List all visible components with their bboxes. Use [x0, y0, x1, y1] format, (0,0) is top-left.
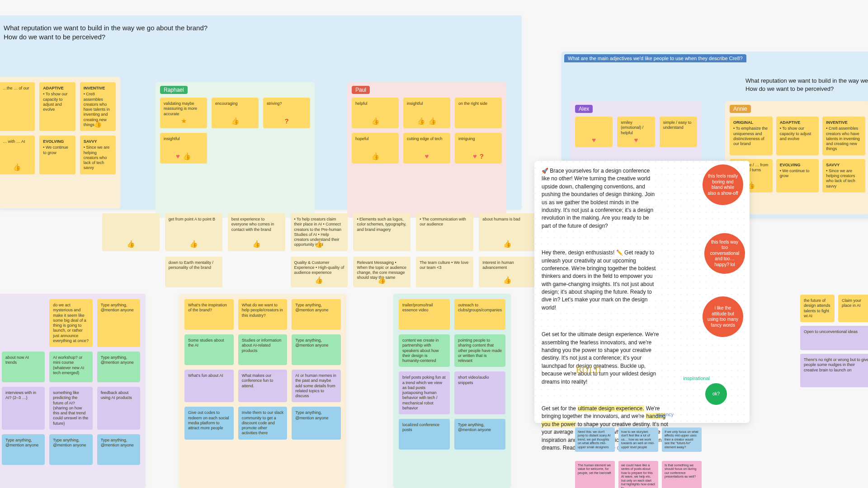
sticky[interactable]: The team culture • We love our team <3	[416, 257, 473, 287]
feedback-bubble-ok[interactable]: ok?	[705, 383, 727, 405]
sticky[interactable]: Open to unconventional ideas	[800, 326, 868, 350]
sticky[interactable]: Type anything, @mention anyone	[292, 407, 341, 439]
sticky[interactable]: Interest in human advancement👍	[479, 257, 536, 287]
sticky[interactable]: encouraging 👍	[212, 98, 259, 128]
mini-note[interactable]: If we only focus on what affects mid-upp…	[662, 427, 702, 452]
sticky[interactable]: down to Earth mentality / personality of…	[165, 257, 222, 287]
mini-note[interactable]: we could have like a series of posts abo…	[618, 461, 658, 488]
sticky[interactable]: What's fun about AI	[184, 370, 234, 402]
sticky[interactable]: intriguing ♥?	[455, 133, 502, 164]
sticky[interactable]: Type anything, @mention anyone	[97, 299, 140, 347]
sticky[interactable]: do we act mysterious and make it seem li…	[49, 299, 92, 347]
sticky[interactable]: best experience to everyone who comes in…	[228, 213, 285, 251]
mini-notes-blue-row[interactable]: Need this: we don't jump to distant scar…	[575, 427, 702, 452]
sticky[interactable]: Type anything, @mention anyone	[454, 419, 505, 450]
sticky[interactable]: something like predicting the future of …	[49, 387, 92, 430]
sticky[interactable]: content we create in partnership with sp…	[399, 334, 450, 367]
sticky[interactable]: Type anything, @mention anyone	[97, 352, 140, 382]
question-icon: ?	[284, 117, 288, 126]
sticky[interactable]: INVENTIVE• Cre8 assembles creators who h…	[822, 117, 865, 155]
sticky[interactable]: Type anything, @mention anyone	[2, 434, 45, 465]
mini-note[interactable]: The human element we value for welcome, …	[575, 461, 615, 488]
sticky[interactable]: Invite them to our slack community to ge…	[238, 407, 288, 439]
frame-paul[interactable]: Paul helpful 👍 insightful 👍👍 on the righ…	[347, 82, 506, 218]
sticky[interactable]: • To help creators claim their place in …	[291, 213, 348, 251]
sticky[interactable]: What do we want to help people/creators …	[238, 299, 288, 330]
orange-panel[interactable]: What's the inspiration of the brand? Wha…	[179, 294, 346, 488]
sticky[interactable]: simple / easy to understand	[660, 117, 697, 147]
sticky[interactable]: outreach to clubs/groups/companies	[454, 299, 505, 330]
sticky[interactable]: …the … of our	[0, 82, 35, 131]
frame-alex[interactable]: Alex ♥ smiley (emotional) / helpful ♥ si…	[571, 101, 702, 169]
sticky[interactable]: insightful 👍👍	[403, 98, 450, 128]
feedback-bubble-3[interactable]: i like the attitude but using too many f…	[703, 296, 743, 337]
sticky[interactable]: EVOLVING• We continue to grow	[776, 159, 819, 192]
sticky[interactable]: Studies or information about AI-related …	[238, 334, 288, 365]
sticky[interactable]: pointing people to sharing content that …	[454, 334, 505, 367]
sticky[interactable]: Relevant Messaging • When the topic or a…	[353, 257, 410, 287]
sticky[interactable]: Give out codes to redeem on each social …	[184, 407, 234, 439]
sticky[interactable]: about now AI trends	[2, 352, 45, 382]
mid-row-notes-board[interactable]: 👍 get from point A to point B👍 best expe…	[102, 213, 536, 290]
sticky[interactable]: insightful ♥ 👍	[160, 133, 207, 164]
sticky[interactable]: ♥	[575, 117, 613, 147]
sticky[interactable]: Type anything, @mention anyone	[292, 334, 341, 365]
sticky[interactable]: EVOLVING • We continue to grow	[39, 136, 75, 174]
sticky[interactable]: smiley (emotional) / helpful ♥	[617, 117, 655, 147]
sticky[interactable]: ADAPTIVE • To show our capacity to adjus…	[39, 82, 75, 131]
frame-orange-left[interactable]: …the … of our ADAPTIVE • To show our cap…	[0, 77, 120, 209]
sticky[interactable]: SAVVY • Since we are helping creators wh…	[80, 136, 116, 174]
mini-note[interactable]: how to we story/art; don't feel like a l…	[618, 427, 658, 452]
sticky[interactable]: localized conference posts	[399, 419, 450, 450]
sticky[interactable]: the future of design attends talents to …	[800, 295, 835, 322]
purple-panel[interactable]: do we act mysterious and make it seem li…	[0, 294, 146, 488]
sticky[interactable]: get from point A to point B👍	[165, 213, 222, 251]
right-column-notes[interactable]: the future of design attends talents to …	[800, 295, 868, 387]
copy-review-panel[interactable]: 🚀 Brace yourselves for a design conferen…	[534, 161, 750, 423]
sticky[interactable]: AI or human memes in the past and maybe …	[292, 370, 341, 402]
board-left[interactable]: What reputation we want to build in the …	[0, 15, 522, 210]
sticky[interactable]: Claim your place in AI	[838, 295, 868, 322]
sticky[interactable]: about humans is bad👍	[479, 213, 536, 251]
thumb-icon: 👍	[503, 276, 512, 285]
sticky[interactable]: Some studies about the AI	[184, 334, 234, 365]
sticky[interactable]: SAVVY• Since we are helping creators who…	[822, 159, 865, 192]
sticky[interactable]: ADAPTIVE• To show our capacity to adjust…	[776, 117, 819, 155]
mini-notes-pink-row[interactable]: The human element we value for welcome, …	[575, 461, 702, 488]
sticky[interactable]: cutting edge of tech ♥	[403, 133, 450, 164]
sticky[interactable]: ORIGINAL• To emphasize the uniqueness an…	[730, 117, 773, 155]
sticky[interactable]: AI workshop? or mini course (whatever ne…	[49, 352, 92, 382]
sticky[interactable]: interviews with in AI? (2–3 …)	[2, 387, 45, 430]
sticky[interactable]: • The communication with our audience	[416, 213, 473, 251]
feedback-bubble-1[interactable]: this feels really boring and bland while…	[703, 164, 743, 205]
sticky[interactable]: … with … AI 👍	[0, 136, 35, 174]
thumb-icon: 👍	[428, 117, 437, 126]
sticky[interactable]: validating maybe reassuring is more accu…	[160, 98, 207, 128]
sticky[interactable]: on the right side	[455, 98, 502, 128]
sticky[interactable]: feedback about using AI products	[97, 387, 140, 430]
teal-panel[interactable]: trailer/promo/trail essence video outrea…	[393, 294, 511, 488]
sticky[interactable]: INVENTIVE • Cre8 assembles creators who …	[80, 82, 116, 131]
sticky[interactable]: hopeful 👍	[352, 133, 399, 164]
sticky[interactable]: striving? ?	[263, 98, 310, 128]
mini-note[interactable]: Is that something we should focus on dur…	[662, 461, 702, 488]
sticky[interactable]: 👍	[102, 213, 160, 251]
sticky[interactable]: There's no right or wrong but to give pe…	[800, 354, 868, 387]
copy-para-3: Get set for the ultimate design experien…	[542, 331, 659, 386]
heading-line-2: How do we want to be perceived?	[745, 85, 868, 93]
highlight-1: ultimate design experience.	[577, 405, 644, 412]
sticky[interactable]: What's the inspiration of the brand?	[184, 299, 234, 330]
frame-raphael[interactable]: Raphael validating maybe reassuring is m…	[156, 82, 315, 218]
mini-note[interactable]: Need this: we don't jump to distant scar…	[575, 427, 615, 452]
sticky[interactable]: What makes our conference fun to attend.	[238, 370, 288, 402]
sticky[interactable]: Type anything, @mention anyone	[49, 434, 92, 465]
sticky[interactable]: • Elements such as logos, color schemes,…	[353, 213, 410, 251]
sticky[interactable]: Type anything, @mention anyone	[292, 299, 341, 330]
sticky[interactable]: short video/audio snippets	[454, 371, 505, 414]
sticky[interactable]: brief posts poking fun at a trend which …	[399, 371, 450, 414]
feedback-bubble-2[interactable]: this feels way too conversational and to…	[704, 233, 745, 274]
sticky[interactable]: trailer/promo/trail essence video	[399, 299, 450, 330]
sticky[interactable]: helpful 👍	[352, 98, 399, 128]
sticky[interactable]: Type anything, @mention anyone	[97, 434, 140, 465]
sticky[interactable]: Quality & Customer Experience • High-qua…	[291, 257, 348, 287]
